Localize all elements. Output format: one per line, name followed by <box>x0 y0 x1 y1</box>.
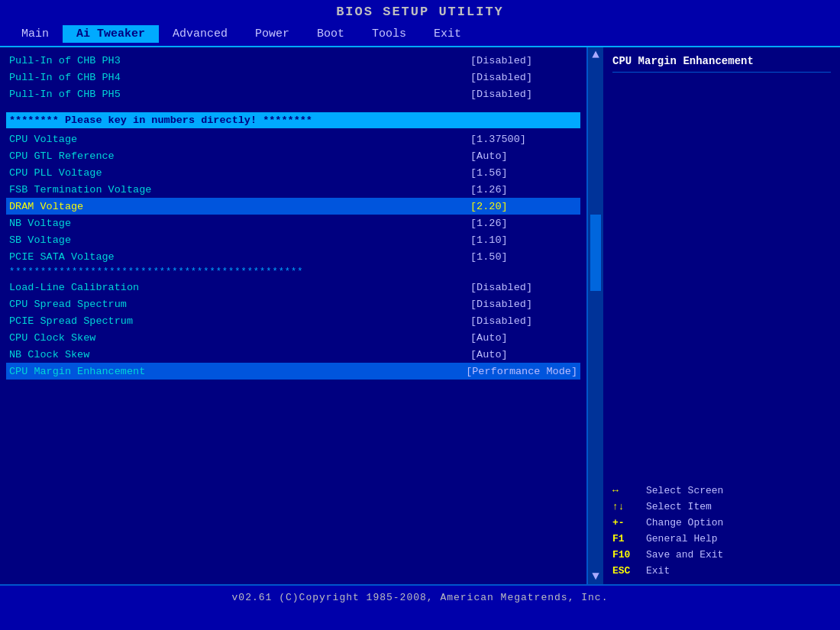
setting-name: Pull-In of CHB PH5 <box>9 89 470 100</box>
separator-row-13: ****************************************… <box>6 265 580 279</box>
setting-value: [1.50] <box>470 251 577 263</box>
setting-row[interactable]: DRAM Voltage[2.20] <box>6 198 580 215</box>
key-help-section: ↔Select Screen↑↓Select Item+-Change Opti… <box>612 485 831 577</box>
setting-name: Load-Line Calibration <box>9 282 470 293</box>
key-help-row: F1General Help <box>612 533 831 544</box>
key-help-row: F10Save and Exit <box>612 549 831 561</box>
setting-row[interactable]: NB Clock Skew[Auto] <box>6 346 580 363</box>
setting-name: DRAM Voltage <box>9 201 470 212</box>
key-symbol: F1 <box>612 533 640 544</box>
content-area: Pull-In of CHB PH3[Disabled]Pull-In of C… <box>0 47 840 584</box>
setting-row[interactable]: NB Voltage[1.26] <box>6 215 580 231</box>
setting-value: [Auto] <box>470 349 577 360</box>
setting-value: [1.26] <box>470 218 577 229</box>
setting-row[interactable]: PCIE SATA Voltage[1.50] <box>6 248 580 265</box>
scroll-track <box>590 63 601 569</box>
setting-row[interactable]: FSB Termination Voltage[1.26] <box>6 181 580 198</box>
setting-name: PCIE SATA Voltage <box>9 251 470 263</box>
key-description: Save and Exit <box>646 549 723 561</box>
setting-value: [2.20] <box>470 201 577 212</box>
setting-row[interactable]: CPU Margin Enhancement[Performance Mode] <box>6 363 580 380</box>
menu-item-tools[interactable]: Tools <box>358 25 420 43</box>
setting-row[interactable]: CPU GTL Reference[Auto] <box>6 147 580 164</box>
key-symbol: ↔ <box>612 485 640 496</box>
menu-bar: MainAi TweakerAdvancedPowerBootToolsExit <box>0 22 840 47</box>
key-description: Change Option <box>646 517 723 528</box>
key-description: Select Item <box>646 501 712 512</box>
setting-row[interactable]: Load-Line Calibration[Disabled] <box>6 279 580 296</box>
setting-name: FSB Termination Voltage <box>9 184 470 195</box>
setting-name: CPU Clock Skew <box>9 332 470 344</box>
key-help-row: ↔Select Screen <box>612 485 831 496</box>
scroll-down-arrow[interactable]: ▼ <box>592 570 599 583</box>
setting-name: Pull-In of CHB PH3 <box>9 55 470 66</box>
setting-name: CPU Spread Spectrum <box>9 299 470 310</box>
setting-row[interactable]: Pull-In of CHB PH4[Disabled] <box>6 69 580 86</box>
setting-value: [Auto] <box>470 332 577 344</box>
spacer-3 <box>6 102 580 110</box>
main-panel: Pull-In of CHB PH3[Disabled]Pull-In of C… <box>0 47 588 584</box>
setting-name: SB Voltage <box>9 234 470 246</box>
menu-item-boot[interactable]: Boot <box>303 25 358 43</box>
menu-item-advanced[interactable]: Advanced <box>159 25 241 43</box>
setting-name: Pull-In of CHB PH4 <box>9 72 470 83</box>
notice-row: ******** Please key in numbers directly!… <box>6 112 580 128</box>
scrollbar[interactable]: ▲ ▼ <box>588 47 603 584</box>
setting-row[interactable]: CPU Clock Skew[Auto] <box>6 329 580 346</box>
menu-item-main[interactable]: Main <box>8 25 63 43</box>
setting-name: CPU Margin Enhancement <box>9 366 466 377</box>
setting-row[interactable]: SB Voltage[1.10] <box>6 231 580 248</box>
settings-list: Pull-In of CHB PH3[Disabled]Pull-In of C… <box>0 47 586 384</box>
setting-name: CPU Voltage <box>9 134 470 145</box>
key-description: General Help <box>646 533 718 544</box>
bios-title: BIOS SETUP UTILITY <box>0 0 840 22</box>
setting-name: PCIE Spread Spectrum <box>9 315 470 327</box>
setting-row[interactable]: PCIE Spread Spectrum[Disabled] <box>6 312 580 329</box>
key-help-row: +-Change Option <box>612 517 831 528</box>
scroll-up-arrow[interactable]: ▲ <box>592 49 599 61</box>
key-symbol: ↑↓ <box>612 501 640 512</box>
setting-value: [Disabled] <box>470 89 577 100</box>
setting-value: [Disabled] <box>470 72 577 83</box>
key-symbol: F10 <box>612 549 640 561</box>
setting-row[interactable]: Pull-In of CHB PH5[Disabled] <box>6 86 580 102</box>
key-description: Exit <box>646 565 670 577</box>
setting-name: NB Voltage <box>9 218 470 229</box>
menu-item-ai-tweaker[interactable]: Ai Tweaker <box>63 25 159 43</box>
setting-value: [Auto] <box>470 150 577 162</box>
key-symbol: ESC <box>612 565 640 577</box>
help-title: CPU Margin Enhancement <box>612 55 831 73</box>
title-text: BIOS SETUP UTILITY <box>336 5 504 19</box>
setting-name: CPU PLL Voltage <box>9 167 470 179</box>
key-description: Select Screen <box>646 485 723 496</box>
setting-row[interactable]: CPU Voltage[1.37500] <box>6 131 580 147</box>
key-help-row: ESCExit <box>612 565 831 577</box>
setting-value: [Performance Mode] <box>466 366 577 377</box>
setting-value: [Disabled] <box>470 55 577 66</box>
key-help-row: ↑↓Select Item <box>612 501 831 512</box>
setting-row[interactable]: CPU PLL Voltage[1.56] <box>6 164 580 181</box>
setting-value: [1.37500] <box>470 134 577 145</box>
menu-item-exit[interactable]: Exit <box>420 25 475 43</box>
setting-value: [Disabled] <box>470 299 577 310</box>
setting-value: [1.56] <box>470 167 577 179</box>
menu-item-power[interactable]: Power <box>241 25 303 43</box>
setting-row[interactable]: CPU Spread Spectrum[Disabled] <box>6 296 580 312</box>
setting-value: [Disabled] <box>470 315 577 327</box>
setting-name: CPU GTL Reference <box>9 150 470 162</box>
footer: v02.61 (C)Copyright 1985-2008, American … <box>0 584 840 609</box>
setting-value: [Disabled] <box>470 282 577 293</box>
key-symbol: +- <box>612 517 640 528</box>
scroll-thumb <box>590 215 601 291</box>
footer-text: v02.61 (C)Copyright 1985-2008, American … <box>232 592 609 603</box>
setting-name: NB Clock Skew <box>9 349 470 360</box>
setting-value: [1.26] <box>470 184 577 195</box>
right-panel: CPU Margin Enhancement ↔Select Screen↑↓S… <box>603 47 840 584</box>
setting-row[interactable]: Pull-In of CHB PH3[Disabled] <box>6 52 580 69</box>
setting-value: [1.10] <box>470 234 577 246</box>
